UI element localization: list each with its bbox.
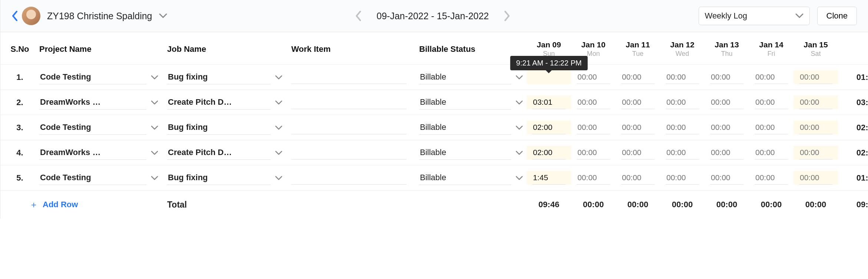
job-combo[interactable]: Bug fixing (167, 120, 291, 135)
project-input[interactable]: DreamWorks … (39, 145, 146, 160)
billable-value[interactable]: Billable (419, 120, 511, 135)
log-type-select[interactable]: Weekly Log (699, 7, 810, 25)
hours-input[interactable] (755, 121, 788, 134)
project-combo[interactable]: DreamWorks … (39, 95, 167, 110)
billable-value[interactable]: Billable (419, 95, 511, 110)
hours-input[interactable] (710, 121, 743, 134)
chevron-down-icon[interactable] (275, 176, 282, 180)
hours-input[interactable] (755, 171, 788, 185)
billable-combo[interactable]: Billable (419, 120, 527, 135)
hours-input[interactable] (577, 121, 610, 134)
chevron-down-icon[interactable] (151, 75, 158, 80)
billable-combo[interactable]: Billable (419, 171, 527, 185)
hours-input[interactable] (621, 146, 655, 159)
chevron-down-icon[interactable] (516, 75, 523, 80)
chevron-down-icon[interactable] (516, 151, 523, 155)
hours-input[interactable] (532, 146, 566, 159)
table-row: 2.DreamWorks …Create Pitch D…Billable03:… (0, 90, 868, 115)
workitem-input[interactable] (291, 71, 407, 84)
billable-value[interactable]: Billable (419, 171, 511, 185)
add-row-button[interactable]: ＋ Add Row (0, 199, 167, 211)
hours-input[interactable] (577, 95, 610, 109)
project-input[interactable]: Code Testing (39, 70, 146, 84)
job-combo[interactable]: Create Pitch D… (167, 145, 291, 160)
billable-value[interactable]: Billable (419, 70, 511, 84)
user-dropdown-icon[interactable] (159, 13, 167, 19)
workitem-input[interactable] (291, 96, 407, 109)
hours-input[interactable] (666, 146, 699, 159)
workitem-input[interactable] (291, 146, 407, 159)
hours-input[interactable] (799, 146, 832, 159)
job-input[interactable]: Bug fixing (167, 70, 271, 84)
day-cell (794, 95, 838, 109)
job-combo[interactable]: Create Pitch D… (167, 95, 291, 110)
job-combo[interactable]: Bug fixing (167, 70, 291, 84)
project-combo[interactable]: DreamWorks … (39, 145, 167, 160)
job-input[interactable]: Create Pitch D… (167, 145, 271, 160)
time-range-tooltip: 9:21 AM - 12:22 PM (510, 56, 588, 70)
next-week-icon[interactable] (504, 10, 510, 21)
hours-input[interactable] (532, 121, 566, 134)
hours-input[interactable] (621, 70, 655, 84)
day-cell (571, 146, 616, 159)
hours-input[interactable] (799, 95, 832, 109)
hours-input[interactable] (666, 121, 699, 134)
hours-input[interactable] (755, 95, 788, 109)
day-date: Jan 12 (660, 40, 705, 49)
hours-input[interactable] (621, 171, 655, 185)
chevron-down-icon[interactable] (151, 100, 158, 105)
hours-input[interactable] (666, 70, 699, 84)
billable-combo[interactable]: Billable (419, 145, 527, 160)
chevron-down-icon[interactable] (516, 176, 523, 180)
back-icon[interactable] (11, 10, 22, 21)
job-input[interactable]: Bug fixing (167, 171, 271, 185)
grand-total: 09:46 (857, 200, 868, 209)
job-input[interactable]: Create Pitch D… (167, 95, 271, 110)
hours-input[interactable] (799, 171, 832, 185)
chevron-down-icon[interactable] (275, 125, 282, 130)
project-input[interactable]: Code Testing (39, 171, 146, 185)
hours-input[interactable] (755, 70, 788, 84)
project-combo[interactable]: Code Testing (39, 120, 167, 135)
hours-input[interactable] (577, 70, 610, 84)
hours-input[interactable] (577, 146, 610, 159)
workitem-input[interactable] (291, 121, 407, 134)
hours-input[interactable] (710, 146, 743, 159)
hours-input[interactable] (755, 146, 788, 159)
day-header: Jan 15Sat (794, 40, 838, 58)
job-combo[interactable]: Bug fixing (167, 171, 291, 185)
hours-input[interactable] (621, 121, 655, 134)
hours-input[interactable] (666, 171, 699, 185)
project-combo[interactable]: Code Testing (39, 171, 167, 185)
timesheet-container: ZY198 Christine Spalding 09-Jan-2022 - 1… (0, 0, 868, 219)
billable-combo[interactable]: Billable (419, 95, 527, 110)
chevron-down-icon[interactable] (275, 151, 282, 155)
chevron-down-icon[interactable] (516, 100, 523, 105)
chevron-down-icon[interactable] (151, 151, 158, 155)
hours-input[interactable] (710, 95, 743, 109)
hours-input[interactable] (532, 171, 566, 185)
workitem-input[interactable] (291, 171, 407, 185)
hours-input[interactable] (621, 95, 655, 109)
chevron-down-icon[interactable] (516, 125, 523, 130)
chevron-down-icon[interactable] (275, 75, 282, 80)
day-cell (794, 146, 838, 159)
project-input[interactable]: DreamWorks … (39, 95, 146, 110)
hours-input[interactable] (799, 70, 832, 84)
chevron-down-icon[interactable] (275, 100, 282, 105)
hours-input[interactable] (799, 121, 832, 134)
project-input[interactable]: Code Testing (39, 120, 146, 135)
hours-input[interactable] (666, 95, 699, 109)
hours-input[interactable] (532, 95, 566, 109)
hours-input[interactable] (710, 171, 743, 185)
clone-button[interactable]: Clone (817, 7, 857, 25)
hours-input[interactable] (710, 70, 743, 84)
prev-week-icon[interactable] (355, 10, 362, 21)
job-input[interactable]: Bug fixing (167, 120, 271, 135)
project-combo[interactable]: Code Testing (39, 70, 167, 84)
hours-input[interactable] (577, 171, 610, 185)
billable-combo[interactable]: Billable (419, 70, 527, 84)
chevron-down-icon[interactable] (151, 125, 158, 130)
chevron-down-icon[interactable] (151, 176, 158, 180)
billable-value[interactable]: Billable (419, 145, 511, 160)
